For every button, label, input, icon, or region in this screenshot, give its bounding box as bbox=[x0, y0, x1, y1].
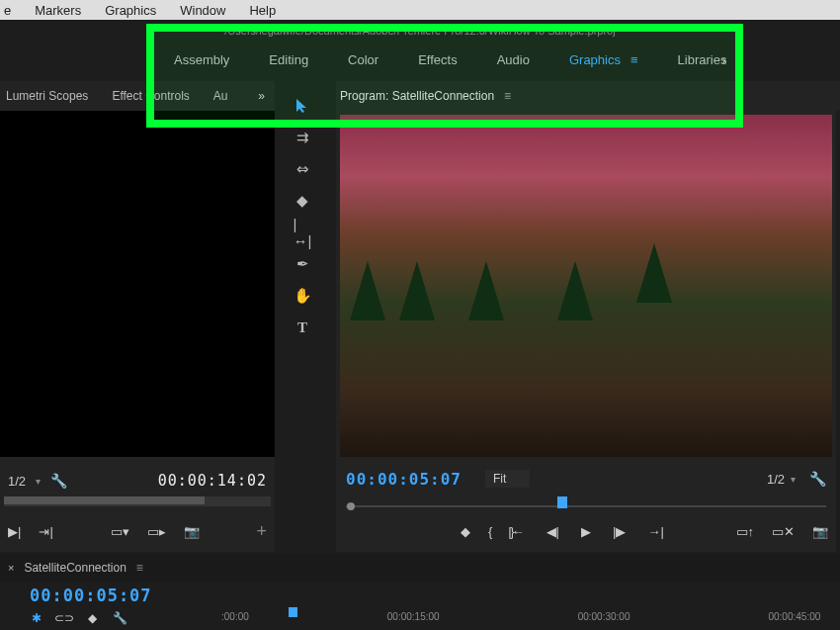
app-menubar: e Markers Graphics Window Help bbox=[0, 0, 840, 20]
tab-lumetri-scopes[interactable]: Lumetri Scopes bbox=[6, 89, 88, 103]
timeline-panel-menu-icon[interactable]: ≡ bbox=[136, 561, 143, 575]
mark-out-button[interactable]: } bbox=[510, 524, 514, 539]
insert-button[interactable]: ▭▾ bbox=[111, 524, 129, 539]
sequence-tab-name[interactable]: SatelliteConnection bbox=[24, 561, 126, 575]
document-path: /Users/legalwife/Documents/Adobe/Premier… bbox=[0, 25, 840, 37]
overwrite-button[interactable]: ▭▸ bbox=[147, 524, 166, 539]
menu-window[interactable]: Window bbox=[180, 3, 225, 18]
source-monitor-panel: 1/2 ▾ 🔧 00:00:14:02 ▶| ⇥| ▭▾ ▭▸ 📷 + bbox=[0, 111, 275, 552]
type-tool-icon[interactable]: T bbox=[294, 318, 311, 336]
panel-overflow-icon[interactable]: » bbox=[258, 89, 265, 103]
program-transport-buttons: ◆ { } |← ◀| ▶ |▶ →| ▭↑ ▭✕ 📷 bbox=[336, 516, 836, 546]
go-to-out-button[interactable]: →| bbox=[647, 524, 663, 539]
source-zoom-select[interactable]: 1/2 bbox=[8, 474, 26, 489]
program-resolution-select[interactable]: 1/2 bbox=[767, 472, 785, 487]
video-content bbox=[468, 261, 504, 320]
add-marker-button[interactable]: ◆ bbox=[461, 524, 470, 539]
program-panel-header: Program: SatelliteConnection ≡ bbox=[336, 81, 840, 111]
program-panel-menu-icon[interactable]: ≡ bbox=[504, 89, 511, 103]
step-forward-button[interactable]: |▶ bbox=[613, 524, 626, 539]
ruler-tick: 00:00:45:00 bbox=[768, 611, 820, 629]
source-transport-buttons: ▶| ⇥| ▭▾ ▭▸ 📷 + bbox=[0, 516, 275, 546]
selection-tool-icon[interactable] bbox=[294, 97, 311, 115]
timeline-playhead[interactable] bbox=[289, 607, 297, 617]
razor-tool-icon[interactable]: ◆ bbox=[294, 192, 311, 210]
timeline-toggle-buttons: ✱ ⊂⊃ ◆ 🔧 bbox=[30, 611, 126, 625]
workspace-editing[interactable]: Editing bbox=[269, 52, 308, 67]
tab-audio-partial[interactable]: Au bbox=[213, 89, 228, 103]
video-content bbox=[557, 261, 593, 320]
play-button[interactable]: ▶| bbox=[8, 524, 21, 539]
lift-button[interactable]: ▭↑ bbox=[736, 524, 755, 539]
program-settings-icon[interactable]: 🔧 bbox=[809, 471, 826, 487]
program-timecode[interactable]: 00:00:05:07 bbox=[346, 470, 462, 489]
ripple-edit-tool-icon[interactable]: ⇔ bbox=[294, 160, 311, 178]
source-scrubber[interactable] bbox=[4, 496, 271, 506]
menu-help[interactable]: Help bbox=[249, 3, 276, 18]
tool-palette: ⇉ ⇔ ◆ |↔| ✒ ✋ T bbox=[285, 87, 320, 554]
add-button[interactable]: + bbox=[257, 521, 268, 542]
export-frame-button[interactable]: 📷 bbox=[184, 524, 200, 539]
program-playhead[interactable] bbox=[557, 496, 567, 508]
track-select-tool-icon[interactable]: ⇉ bbox=[294, 129, 311, 146]
source-scrub-range bbox=[4, 496, 205, 504]
ruler-tick: :00:00 bbox=[221, 611, 249, 629]
timeline-panel-header: × SatelliteConnection ≡ bbox=[0, 554, 840, 582]
workspace-menu-icon[interactable]: ≡ bbox=[630, 52, 638, 67]
program-zoom-fit-select[interactable]: Fit bbox=[485, 470, 530, 488]
workspace-libraries[interactable]: Libraries bbox=[678, 52, 727, 67]
add-marker-icon[interactable]: ◆ bbox=[85, 611, 99, 625]
hand-tool-icon[interactable]: ✋ bbox=[294, 287, 311, 305]
mark-clip-button[interactable]: ⇥| bbox=[39, 524, 52, 539]
timeline-ruler[interactable]: :00:00 00:00:15:00 00:00:30:00 00:00:45:… bbox=[221, 611, 834, 629]
timeline-settings-icon[interactable]: 🔧 bbox=[113, 611, 126, 625]
ruler-tick: 00:00:15:00 bbox=[387, 611, 440, 629]
workspace-overflow-icon[interactable]: › bbox=[722, 52, 726, 67]
dropdown-caret-icon: ▾ bbox=[791, 474, 796, 485]
scrub-track bbox=[346, 505, 826, 507]
video-content bbox=[399, 261, 435, 320]
program-scrubber[interactable] bbox=[346, 496, 826, 510]
video-content bbox=[350, 261, 385, 320]
play-toggle-button[interactable]: ▶ bbox=[581, 524, 591, 539]
workspace-assembly[interactable]: Assembly bbox=[174, 52, 229, 67]
export-frame-button[interactable]: 📷 bbox=[812, 524, 828, 539]
workspace-effects[interactable]: Effects bbox=[418, 52, 458, 67]
workspace-color[interactable]: Color bbox=[348, 52, 378, 67]
menu-markers[interactable]: Markers bbox=[35, 3, 81, 18]
source-panel-tabs: Lumetri Scopes Effect Controls Au » bbox=[0, 81, 275, 111]
source-timecode[interactable]: 00:00:14:02 bbox=[158, 472, 267, 490]
timeline-timecode[interactable]: 00:00:05:07 bbox=[30, 585, 152, 605]
pen-tool-icon[interactable]: ✒ bbox=[294, 255, 311, 273]
video-content bbox=[636, 243, 672, 303]
source-controls-row: 1/2 ▾ 🔧 00:00:14:02 bbox=[0, 469, 275, 493]
close-sequence-icon[interactable]: × bbox=[8, 562, 14, 574]
ruler-tick: 00:00:30:00 bbox=[578, 611, 630, 629]
mark-in-button[interactable]: { bbox=[488, 524, 492, 539]
source-settings-icon[interactable]: 🔧 bbox=[50, 473, 67, 489]
workspace-graphics[interactable]: Graphics bbox=[569, 52, 621, 67]
menu-item[interactable]: e bbox=[4, 3, 11, 18]
workspace-tabs: Assembly Editing Color Effects Audio Gra… bbox=[0, 40, 840, 79]
workspace-audio[interactable]: Audio bbox=[497, 52, 530, 67]
program-controls-row: 00:00:05:07 Fit ▾ 1/2 ▾ 🔧 bbox=[336, 467, 836, 491]
dropdown-caret-icon[interactable]: ▾ bbox=[36, 476, 41, 487]
program-monitor-panel: 00:00:05:07 Fit ▾ 1/2 ▾ 🔧 ◆ { } |← ◀| ▶ … bbox=[336, 111, 836, 552]
program-video-area[interactable] bbox=[340, 115, 832, 457]
linked-selection-icon[interactable]: ⊂⊃ bbox=[57, 611, 71, 625]
source-video-area[interactable] bbox=[0, 111, 275, 457]
tab-effect-controls[interactable]: Effect Controls bbox=[112, 89, 189, 103]
program-title: Program: SatelliteConnection bbox=[340, 89, 494, 103]
scrub-start-knob[interactable] bbox=[347, 502, 355, 510]
slip-tool-icon[interactable]: |↔| bbox=[294, 224, 311, 241]
extract-button[interactable]: ▭✕ bbox=[772, 524, 795, 539]
step-back-button[interactable]: ◀| bbox=[546, 524, 559, 539]
snap-toggle-icon[interactable]: ✱ bbox=[30, 611, 43, 625]
menu-graphics[interactable]: Graphics bbox=[105, 3, 156, 18]
